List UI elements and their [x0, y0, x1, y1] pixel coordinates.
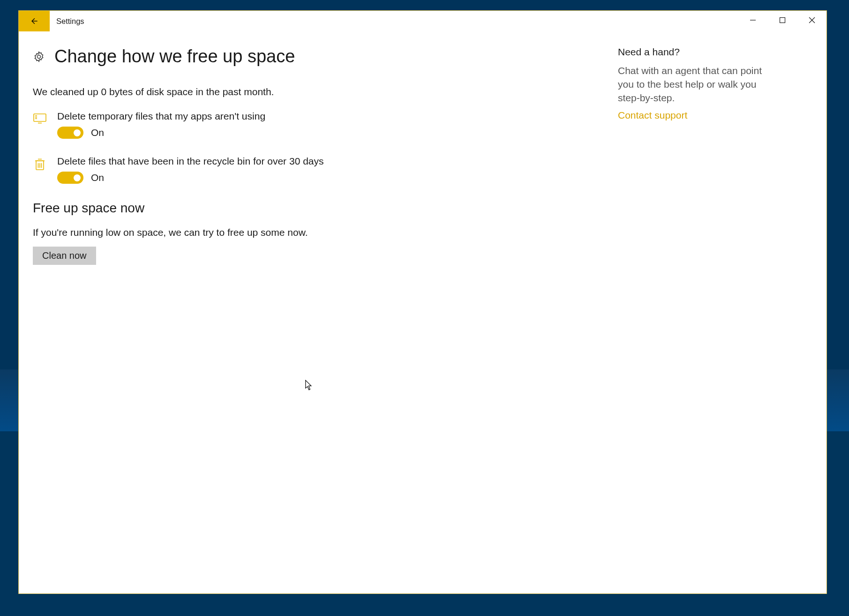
- close-button[interactable]: [797, 11, 826, 30]
- setting-temp-files-label: Delete temporary files that my apps aren…: [57, 111, 609, 122]
- back-arrow-icon: [30, 16, 39, 26]
- svg-rect-2: [780, 18, 785, 23]
- app-title: Settings: [56, 17, 84, 26]
- toggle-temp-files-state: On: [91, 127, 104, 138]
- page-title: Change how we free up space: [54, 46, 295, 67]
- help-desc: Chat with an agent that can point you to…: [618, 64, 769, 105]
- maximize-button[interactable]: [767, 11, 797, 30]
- contact-support-link[interactable]: Contact support: [618, 110, 769, 121]
- toggle-recycle-bin-state: On: [91, 172, 104, 183]
- window-controls: [738, 11, 826, 30]
- main-panel: Change how we free up space We cleaned u…: [33, 46, 609, 584]
- page-header: Change how we free up space: [33, 46, 609, 67]
- titlebar: Settings: [19, 11, 826, 31]
- cleanup-status: We cleaned up 0 bytes of disk space in t…: [33, 86, 609, 98]
- setting-temp-files: Delete temporary files that my apps aren…: [33, 111, 609, 139]
- gear-icon: [33, 51, 45, 63]
- help-title: Need a hand?: [618, 46, 769, 58]
- free-up-title: Free up space now: [33, 201, 609, 216]
- toggle-recycle-bin[interactable]: [57, 172, 83, 184]
- minimize-icon: [750, 17, 756, 23]
- svg-point-5: [38, 55, 41, 58]
- settings-window: Settings: [18, 10, 827, 594]
- svg-rect-6: [34, 114, 46, 121]
- back-button[interactable]: [19, 11, 50, 31]
- free-up-desc: If you're running low on space, we can t…: [33, 227, 609, 238]
- setting-recycle-bin-label: Delete files that have been in the recyc…: [57, 156, 609, 167]
- help-sidebar: Need a hand? Chat with an agent that can…: [609, 46, 769, 584]
- maximize-icon: [779, 17, 786, 23]
- toggle-temp-files[interactable]: [57, 127, 83, 139]
- minimize-button[interactable]: [738, 11, 767, 30]
- content-area: Change how we free up space We cleaned u…: [19, 31, 826, 593]
- clean-now-button[interactable]: Clean now: [33, 247, 96, 265]
- setting-recycle-bin: Delete files that have been in the recyc…: [33, 156, 609, 184]
- close-icon: [809, 17, 815, 23]
- trash-icon: [33, 156, 47, 184]
- monitor-icon: [33, 111, 47, 139]
